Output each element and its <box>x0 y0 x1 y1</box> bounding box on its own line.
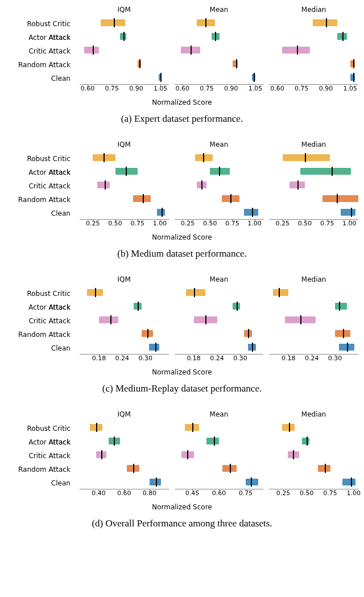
interval-box <box>133 195 151 202</box>
interval-median-mark <box>254 73 255 82</box>
panel-3: Robust Critic AttackActor AttackCritic A… <box>6 410 358 529</box>
xtick-label: 1.00 <box>153 220 167 227</box>
subchart-title: Median <box>269 141 358 149</box>
interval-box <box>302 438 309 444</box>
xticks: 0.600.750.901.05 <box>269 85 358 93</box>
interval-row <box>175 164 264 178</box>
plot-area <box>269 16 358 85</box>
category-label: Actor Attack <box>6 166 74 179</box>
interval-row <box>175 151 264 164</box>
interval-median-mark <box>351 208 352 217</box>
interval-row <box>80 448 169 462</box>
category-label: Robust Critic Attack <box>6 152 74 166</box>
interval-box <box>283 154 330 161</box>
interval-row <box>80 286 169 299</box>
xtick-label: 0.75 <box>295 85 309 92</box>
interval-median-mark <box>160 73 162 82</box>
interval-box <box>322 195 358 202</box>
interval-median-mark <box>191 46 192 55</box>
interval-median-mark <box>147 329 148 338</box>
xticks: 0.180.240.30 <box>80 355 169 363</box>
xtick-label: 0.30 <box>233 355 247 362</box>
interval-median-mark <box>297 180 299 190</box>
xticks: 0.250.500.751.00 <box>269 220 358 228</box>
subchart-title: Mean <box>175 141 264 149</box>
xtick-label: 0.50 <box>300 489 314 497</box>
interval-row <box>269 205 358 219</box>
plot-area <box>80 151 169 220</box>
interval-median-mark <box>351 477 352 487</box>
interval-box <box>282 47 309 53</box>
interval-row <box>175 286 264 299</box>
interval-row <box>80 475 169 489</box>
interval-row <box>269 313 358 327</box>
interval-box <box>313 19 337 26</box>
interval-row <box>175 421 264 434</box>
x-axis-label: Normalized Score <box>6 503 358 511</box>
interval-box <box>101 19 125 26</box>
subchart-median: Median0.250.500.751.00 <box>269 410 358 497</box>
interval-median-mark <box>101 450 102 459</box>
xtick-label: 0.25 <box>181 220 195 227</box>
interval-row <box>80 434 169 448</box>
charts-row: Robust Critic AttackActor AttackCritic A… <box>6 275 358 363</box>
xtick-label: 0.90 <box>319 85 333 92</box>
xtick-label: 0.75 <box>323 489 337 497</box>
subchart-title: IQM <box>80 6 169 14</box>
interval-median-mark <box>347 343 348 352</box>
interval-row <box>175 327 264 340</box>
interval-median-mark <box>219 167 220 176</box>
interval-row <box>175 313 264 327</box>
interval-row <box>175 71 264 84</box>
interval-median-mark <box>104 153 105 162</box>
interval-row <box>269 43 358 57</box>
interval-row <box>269 448 358 462</box>
interval-median-mark <box>162 208 163 217</box>
xticks: 0.600.750.901.05 <box>175 85 264 93</box>
interval-row <box>80 327 169 340</box>
panel-0: Robust Critic AttackActor AttackCritic A… <box>6 6 358 125</box>
xtick-label: 0.60 <box>212 489 226 497</box>
x-axis-label: Normalized Score <box>6 368 358 376</box>
category-label: Random Attack <box>6 328 74 341</box>
category-label: Random Attack <box>6 193 74 207</box>
interval-row <box>269 30 358 43</box>
plot-area <box>269 151 358 220</box>
category-label: Robust Critic Attack <box>6 287 74 300</box>
interval-median-mark <box>95 288 96 297</box>
subchart-title: Median <box>269 275 358 283</box>
panel-caption: (a) Expert dataset performance. <box>6 113 358 125</box>
xticks: 0.450.600.75 <box>175 489 264 497</box>
interval-median-mark <box>205 315 206 324</box>
row-labels: Robust Critic AttackActor AttackCritic A… <box>6 275 74 363</box>
interval-median-mark <box>215 32 216 41</box>
interval-row <box>80 299 169 313</box>
panel-2: Robust Critic AttackActor AttackCritic A… <box>6 275 358 394</box>
plot-area <box>175 421 264 489</box>
plot-area <box>269 421 358 489</box>
interval-row <box>175 57 264 71</box>
interval-median-mark <box>305 153 306 162</box>
interval-median-mark <box>307 437 308 446</box>
interval-row <box>80 192 169 205</box>
subchart-iqm: IQM0.600.750.901.05 <box>80 6 169 93</box>
charts-row: Robust Critic AttackActor AttackCritic A… <box>6 410 358 497</box>
xticks: 0.400.600.80 <box>80 489 169 497</box>
category-label: Critic Attack <box>6 449 74 463</box>
xticks: 0.250.500.751.00 <box>175 220 264 228</box>
panel-caption: (c) Medium-Replay dataset performance. <box>6 383 358 394</box>
panel-1: Robust Critic AttackActor AttackCritic A… <box>6 141 358 260</box>
xtick-label: 0.30 <box>138 355 152 362</box>
xtick-label: 0.60 <box>81 85 95 92</box>
category-label: Actor Attack <box>6 300 74 314</box>
xticks: 0.250.500.751.00 <box>80 220 169 228</box>
interval-row <box>80 421 169 434</box>
category-label: Clean <box>6 341 74 355</box>
interval-row <box>175 340 264 354</box>
interval-median-mark <box>155 343 156 352</box>
xtick-label: 0.24 <box>210 355 224 362</box>
subchart-median: Median0.250.500.751.00 <box>269 141 358 228</box>
interval-box <box>186 289 205 296</box>
category-label: Clean <box>6 476 74 490</box>
subchart-title: Median <box>269 6 358 14</box>
